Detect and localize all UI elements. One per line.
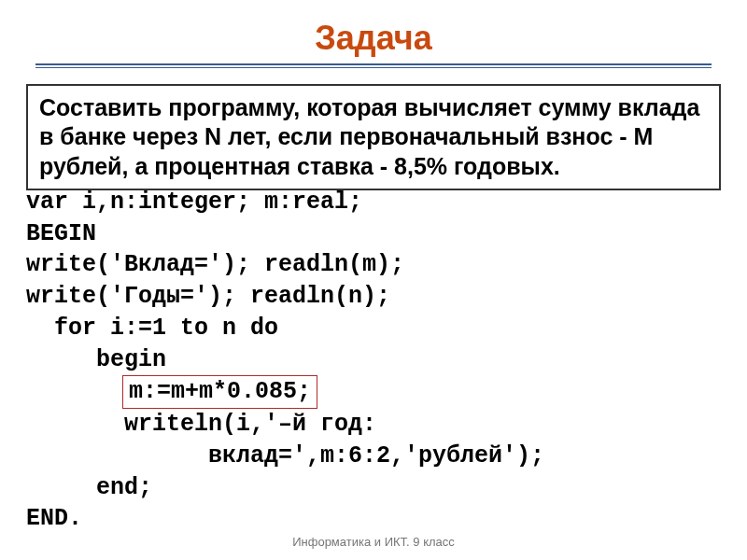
underline-top [35, 63, 712, 65]
underline-bottom [35, 67, 712, 68]
code-line-7-indent [26, 378, 124, 405]
footer-text: Информатика и ИКТ. 9 класс [0, 535, 747, 549]
title-underline [35, 63, 712, 71]
code-line-5: for i:=1 to n do [26, 313, 721, 344]
code-block: var i,n:integer; m:real;BEGINwrite('Вкла… [26, 187, 721, 535]
code-line-2: BEGIN [26, 218, 721, 250]
highlighted-statement: m:=m+m*0.085; [122, 375, 317, 409]
code-line-3: write('Вклад='); readln(m); [26, 249, 721, 281]
code-line-11: END. [26, 503, 721, 535]
problem-text: Составить программу, которая вычисляет с… [39, 93, 708, 181]
code-line-6: begin [26, 344, 721, 376]
code-line-9: вклад=',m:6:2,'рублей'); [26, 441, 721, 472]
slide: Задача Составить программу, которая вычи… [0, 0, 747, 560]
problem-box: Составить программу, которая вычисляет с… [26, 84, 721, 190]
code-line-4: write('Годы='); readln(n); [26, 281, 721, 313]
slide-title: Задача [26, 19, 721, 58]
code-line-7-wrap: m:=m+m*0.085; [26, 375, 721, 409]
code-line-10: end; [26, 472, 721, 504]
code-line-1: var i,n:integer; m:real; [26, 187, 721, 218]
code-line-8: writeln(i,'–й год: [26, 409, 721, 441]
